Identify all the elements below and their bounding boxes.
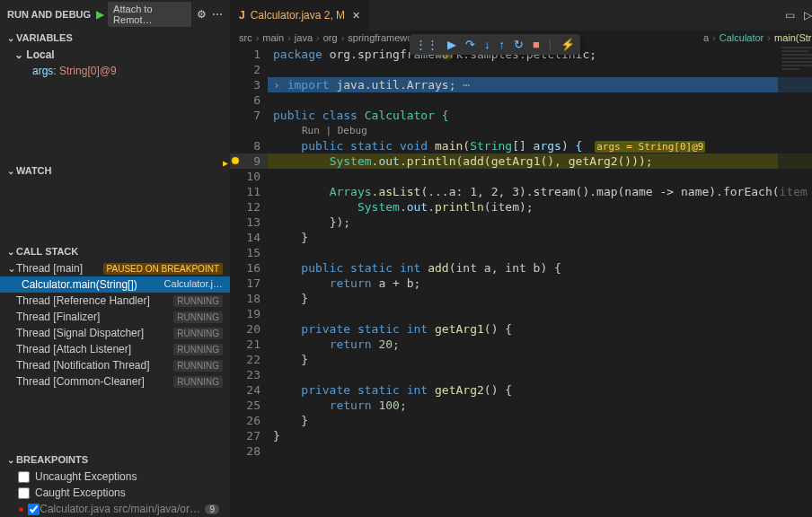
thread-row[interactable]: Thread [Attach Listener]RUNNING [0,341,230,357]
chevron-down-icon: ⌄ [7,455,16,465]
continue-icon[interactable]: ▶ [447,38,456,51]
callstack-header[interactable]: ⌄ CALL STACK [0,242,230,260]
checkbox[interactable] [18,471,30,483]
debug-toolbar: ⋮⋮ ▶ ↷ ↓ ↑ ↻ ■ | ⚡ [410,34,580,55]
stop-icon[interactable]: ■ [533,38,540,51]
stack-frame[interactable]: Calculator.main(String[]) Calculator.j… [0,276,230,293]
checkbox[interactable] [28,504,40,515]
chevron-down-icon: ⌄ [7,247,16,257]
debug-config-dropdown[interactable]: Attach to Remot… [108,2,191,27]
breakpoints-header[interactable]: ⌄ BREAKPOINTS [0,451,230,469]
bp-line-badge: 9 [205,504,219,514]
thread-row[interactable]: Thread [Signal Dispatcher]RUNNING [0,325,230,341]
breakpoints-title: BREAKPOINTS [16,454,88,465]
code-lines[interactable]: package org.springframework.samples.petc… [268,45,812,517]
callstack-title: CALL STACK [16,246,78,257]
minimap[interactable] [778,45,812,517]
close-icon[interactable]: ✕ [352,10,360,22]
bp-file[interactable]: ● Calculator.java src/main/java/org/spri… [0,501,230,517]
variables-scope-local[interactable]: ⌄ Local [0,47,230,63]
run-icon[interactable]: ▷ [804,9,812,22]
step-out-icon[interactable]: ↑ [499,38,506,51]
chevron-down-icon: ⌄ [14,48,23,61]
hot-replace-icon[interactable]: ⚡ [560,38,575,51]
thread-main[interactable]: ⌄ Thread [main] PAUSED ON BREAKPOINT [0,260,230,276]
run-debug-header: RUN AND DEBUG ▶ Attach to Remot… ⚙ ⋯ [0,0,230,29]
line-gutter: 1 2 3 6 7 8 9 10 11 12 13 14 15 16 17 18… [230,45,268,517]
bp-caught[interactable]: Caught Exceptions [0,485,230,501]
debug-sidebar: RUN AND DEBUG ▶ Attach to Remot… ⚙ ⋯ ⌄ V… [0,0,230,517]
split-icon[interactable]: ▭ [785,9,795,22]
more-icon[interactable]: ⋯ [212,8,223,21]
variable-item[interactable]: args: String[0]@9 [0,63,230,79]
chevron-down-icon: ⌄ [7,262,16,275]
watch-header[interactable]: ⌄ WATCH [0,162,230,180]
code-editor[interactable]: 1 2 3 6 7 8 9 10 11 12 13 14 15 16 17 18… [230,45,812,517]
editor-tabs: J Calculator.java 2, M ✕ ▭ ▷ ⋯ [230,0,812,31]
run-debug-title: RUN AND DEBUG [7,9,91,20]
java-file-icon: J [239,9,245,22]
watch-title: WATCH [16,165,52,176]
thread-status-paused: PAUSED ON BREAKPOINT [103,263,223,275]
variables-header[interactable]: ⌄ VARIABLES [0,29,230,47]
breakpoint-dot-icon: ● [18,503,24,515]
gear-icon[interactable]: ⚙ [197,8,207,21]
bp-uncaught[interactable]: Uncaught Exceptions [0,469,230,485]
step-over-icon[interactable]: ↷ [465,38,475,51]
drag-handle-icon[interactable]: ⋮⋮ [415,38,438,51]
thread-row[interactable]: Thread [Reference Handler]RUNNING [0,293,230,309]
thread-row[interactable]: Thread [Finalizer]RUNNING [0,309,230,325]
chevron-down-icon: ⌄ [7,166,16,176]
start-debug-icon[interactable]: ▶ [96,8,104,21]
thread-row[interactable]: Thread [Notification Thread]RUNNING [0,357,230,373]
restart-icon[interactable]: ↻ [514,38,524,51]
inline-debug-value: args = String[0]@9 [595,141,705,153]
codelens-run-debug[interactable]: Run | Debug [268,123,812,138]
variables-title: VARIABLES [16,32,73,43]
editor-area: J Calculator.java 2, M ✕ ▭ ▷ ⋯ ⋮⋮ ▶ ↷ ↓ … [230,0,812,517]
tab-calculator[interactable]: J Calculator.java 2, M ✕ [230,0,370,31]
step-into-icon[interactable]: ↓ [484,38,490,51]
thread-row[interactable]: Thread [Common-Cleaner]RUNNING [0,373,230,390]
checkbox[interactable] [18,487,30,499]
chevron-down-icon: ⌄ [7,33,16,43]
